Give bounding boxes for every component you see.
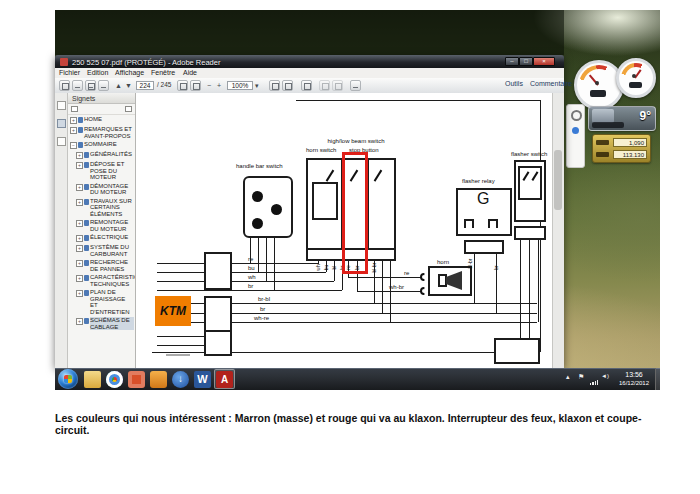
bookmark-item[interactable]: +REMONTAGE DU MOTEUR	[68, 218, 135, 233]
explorer-icon[interactable]	[84, 371, 101, 388]
zoom-dropdown-icon[interactable]: ▾	[255, 81, 259, 90]
wire-color-label: wh-br	[389, 284, 404, 290]
expander-icon[interactable]: +	[76, 235, 83, 242]
bookmark-item-selected[interactable]: +SCHÉMAS DE CABLAGE	[68, 316, 135, 331]
fullscreen-icon[interactable]	[350, 80, 361, 91]
close-button[interactable]: ×	[533, 57, 555, 66]
comment-button[interactable]: Commentaire	[530, 80, 572, 87]
tools-button[interactable]: Outils	[505, 80, 523, 87]
attachments-icon[interactable]	[57, 137, 66, 146]
zoom-level-input[interactable]: 100%	[227, 81, 253, 90]
bookmark-item[interactable]: −SOMMAIRE	[68, 140, 135, 150]
horn-symbol	[438, 274, 447, 287]
maximize-button[interactable]: □	[519, 57, 533, 66]
zoom-out-icon[interactable]: −	[207, 81, 211, 90]
relay-contact-icon	[464, 219, 474, 228]
bookmark-item[interactable]: +GÉNÉRALITÉS	[68, 150, 135, 160]
expander-icon[interactable]: +	[70, 127, 77, 134]
tray-clock[interactable]: 13:56 16/12/2012	[614, 370, 654, 387]
select-tool-icon[interactable]	[177, 80, 188, 91]
scrollbar-thumb[interactable]	[554, 150, 562, 210]
bookmarks-icon[interactable]	[57, 119, 66, 128]
expander-icon[interactable]: +	[76, 290, 83, 297]
menu-fichier[interactable]: Fichier	[59, 69, 80, 76]
bookmark-icon	[84, 245, 89, 251]
expander-icon[interactable]: +	[76, 220, 83, 227]
download-app-icon[interactable]: ↓	[172, 371, 189, 388]
panel-menu-icon[interactable]	[125, 106, 132, 112]
print-icon[interactable]	[85, 80, 96, 91]
page-thumbnails-icon[interactable]	[57, 101, 66, 110]
bookmark-item[interactable]: +TRAVAUX SUR CERTAINS ÉLÉMENTS	[68, 197, 135, 219]
adobe-reader-icon	[60, 58, 68, 66]
bookmark-item[interactable]: +PLAN DE GRAISSAGE ET D'ENTRETIEN	[68, 288, 135, 316]
minimize-button[interactable]: –	[505, 57, 519, 66]
expander-icon[interactable]: +	[70, 117, 77, 124]
component-box	[494, 338, 540, 364]
expander-icon[interactable]: +	[76, 260, 83, 267]
next-page-icon[interactable]: ▼	[125, 81, 132, 90]
mail-app-icon[interactable]	[150, 371, 167, 388]
volume-icon[interactable]: ◄)	[601, 373, 609, 379]
open-icon[interactable]	[59, 80, 70, 91]
bookmark-item[interactable]: +DÉMONTAGE DU MOTEUR	[68, 182, 135, 197]
zoom-in-icon[interactable]: +	[217, 81, 221, 90]
gadget-dot-icon[interactable]	[572, 127, 579, 134]
sidebar-gadget[interactable]	[566, 104, 585, 168]
expander-icon[interactable]: +	[76, 184, 83, 191]
wire-color-label: br	[260, 306, 265, 312]
marquee-zoom-icon[interactable]	[190, 80, 201, 91]
vertical-scrollbar[interactable]	[552, 93, 564, 368]
search-icon[interactable]	[571, 110, 582, 121]
save-icon[interactable]	[72, 80, 83, 91]
expander-icon[interactable]: −	[70, 142, 77, 149]
fit-page-icon[interactable]	[282, 80, 293, 91]
expander-icon[interactable]: +	[76, 152, 83, 159]
menu-aide[interactable]: Aide	[183, 69, 197, 76]
window-title: 250 525 07.pdf (PROTÉGÉ) - Adobe Reader	[72, 58, 220, 67]
bookmark-icon	[84, 235, 89, 241]
wire-line	[520, 240, 521, 338]
bookmark-item[interactable]: +REMARQUES ET AVANT-PROPOS	[68, 125, 135, 140]
connector-bar	[464, 240, 504, 254]
pdf-document-page[interactable]: re bu wh br br-bl br wh-re KTM handle ba…	[136, 93, 552, 368]
gauge-cap-icon	[595, 81, 599, 85]
tray-overflow-icon[interactable]: ▴	[566, 373, 570, 381]
page-number-input[interactable]: 224	[136, 81, 154, 90]
ram-gauge-gadget[interactable]	[616, 58, 656, 98]
bookmark-item[interactable]: +CARACTÉRISTIQUES TECHNIQUES	[68, 273, 135, 288]
currency-gadget[interactable]: 1,090 113.130	[592, 134, 651, 163]
show-desktop-button[interactable]	[655, 368, 661, 390]
snapshot-icon[interactable]	[301, 80, 312, 91]
rotate-right-icon	[332, 80, 343, 91]
email-icon[interactable]	[98, 80, 109, 91]
window-titlebar[interactable]: 250 525 07.pdf (PROTÉGÉ) - Adobe Reader	[55, 55, 564, 68]
word-icon[interactable]: W	[194, 371, 211, 388]
menu-fenetre[interactable]: Fenêtre	[151, 69, 175, 76]
network-icon[interactable]	[590, 380, 598, 385]
bookmark-item[interactable]: +SYSTÈME DU CARBURANT	[68, 243, 135, 258]
wallpaper-dark-band	[55, 10, 564, 55]
menu-edition[interactable]: Edition	[87, 69, 108, 76]
expander-icon[interactable]: +	[76, 162, 83, 169]
bookmark-icon	[78, 117, 83, 123]
expander-icon[interactable]: +	[76, 318, 83, 325]
expander-icon[interactable]: +	[76, 275, 83, 282]
menu-affichage[interactable]: Affichage	[115, 69, 144, 76]
toolbar: ▲ ▼ 224 / 245 − + 100% ▾ Outils Commenta…	[55, 78, 564, 94]
adobe-reader-taskbar-icon[interactable]: A	[216, 371, 233, 388]
bookmark-item[interactable]: +DÉPOSE ET POSE DU MOTEUR	[68, 160, 135, 182]
previous-page-icon[interactable]: ▲	[115, 81, 122, 90]
media-app-icon[interactable]	[128, 371, 145, 388]
bookmark-item[interactable]: +HOME	[68, 115, 135, 125]
chrome-icon[interactable]	[106, 371, 123, 388]
weather-gadget[interactable]: 9°	[588, 106, 656, 131]
page-total-label: / 245	[157, 81, 171, 88]
action-center-flag-icon[interactable]: ⚑	[578, 373, 584, 381]
expander-icon[interactable]: +	[76, 199, 83, 206]
bookmark-options-icon[interactable]	[71, 106, 78, 112]
bookmark-item[interactable]: +RECHERCHE DE PANNES	[68, 258, 135, 273]
bookmark-item[interactable]: +ÉLECTRIQUE	[68, 233, 135, 243]
fit-width-icon[interactable]	[269, 80, 280, 91]
expander-icon[interactable]: +	[76, 245, 83, 252]
